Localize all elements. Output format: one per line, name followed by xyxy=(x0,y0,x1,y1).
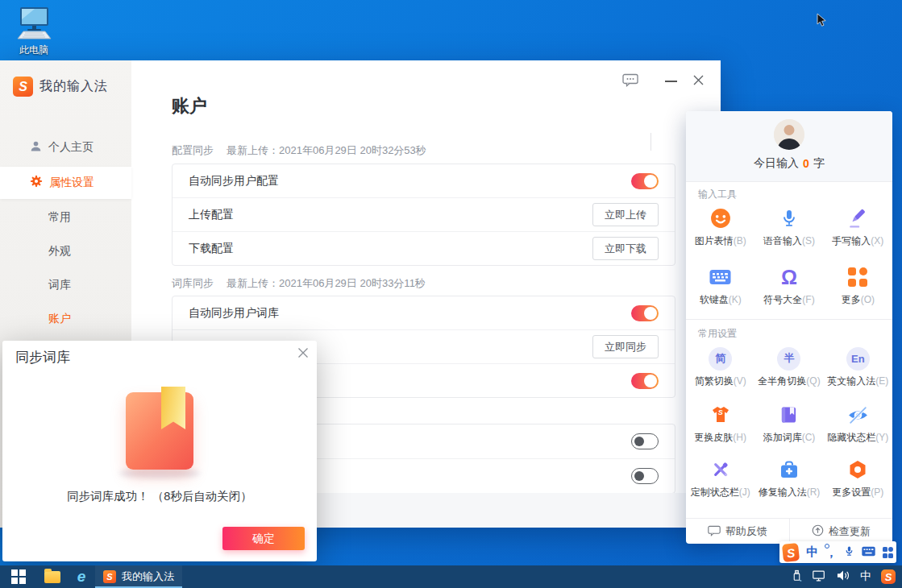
item-key: (F) xyxy=(802,294,814,305)
sidebar-item-dictionary[interactable]: 词库 xyxy=(48,278,71,292)
section-title: 词库同步 xyxy=(172,276,214,291)
system-tray: 中 S xyxy=(792,569,902,585)
windows-logo-icon xyxy=(11,569,26,584)
smiley-icon xyxy=(686,206,754,230)
close-icon xyxy=(692,74,705,89)
active-task-ime[interactable]: S 我的输入法 xyxy=(95,565,182,588)
item-label: 添加词库 xyxy=(763,432,802,443)
download-now-button[interactable]: 立即下载 xyxy=(592,237,659,260)
shirt-letter: S xyxy=(711,408,730,416)
network-icon[interactable] xyxy=(812,569,826,585)
item-key: (E) xyxy=(875,375,888,387)
keyboard-icon xyxy=(686,265,754,289)
footer-label: 检查更新 xyxy=(829,524,871,539)
punctuation-mode-icon[interactable]: ， xyxy=(825,549,837,557)
voice-icon[interactable] xyxy=(844,545,854,560)
app-brand: S 我的输入法 xyxy=(13,77,108,97)
usb-icon[interactable] xyxy=(792,569,802,585)
item-label: 定制状态栏 xyxy=(691,487,739,498)
speaker-icon[interactable] xyxy=(836,569,850,584)
item-label: 全半角切换 xyxy=(758,375,806,387)
item-key: (P) xyxy=(871,487,883,498)
row-label: 自动同步用户配置 xyxy=(189,174,279,188)
this-pc-desktop-icon[interactable]: 此电脑 xyxy=(10,6,58,57)
dialog-message: 同步词库成功！ （8秒后自动关闭） xyxy=(2,489,317,504)
sogou-status-bar[interactable]: S 中 ， xyxy=(779,541,896,563)
gear-icon xyxy=(30,175,43,190)
repair-ime-button[interactable]: 修复输入法(R) xyxy=(754,458,823,509)
sidebar-item-account[interactable]: 账户 xyxy=(48,312,71,326)
avatar[interactable] xyxy=(774,119,804,150)
dialog-close-button[interactable] xyxy=(297,346,309,362)
sogou-logo-icon: S xyxy=(13,77,33,97)
footer-label: 帮助反馈 xyxy=(725,524,767,539)
simplified-traditional-button[interactable]: 简 简繁切换(V) xyxy=(686,346,754,398)
ime-mode-indicator[interactable]: 中 xyxy=(806,545,818,560)
start-button[interactable] xyxy=(0,565,37,588)
task-label: 我的输入法 xyxy=(122,569,174,584)
sidebar-item-homepage[interactable]: 个人主页 xyxy=(30,140,94,155)
item-key: (Q) xyxy=(806,375,820,387)
setting-row: 上传配置 立即上传 xyxy=(173,197,675,231)
toolbox-grid-icon[interactable] xyxy=(883,547,893,558)
item-label: 更多 xyxy=(842,294,861,305)
voice-input-button[interactable]: 语音输入(S) xyxy=(754,206,823,258)
hide-statusbar-button[interactable]: 隐藏状态栏(Y) xyxy=(824,403,892,454)
folder-icon xyxy=(44,571,60,583)
sogou-tray-icon[interactable]: S xyxy=(881,569,896,584)
feedback-button[interactable] xyxy=(621,73,640,89)
settings-row-2: S 更换皮肤(H) 添加词库(C) xyxy=(686,403,892,454)
more-grid-icon xyxy=(824,265,892,289)
titlebar-divider xyxy=(651,133,651,151)
page-title: 账户 xyxy=(172,94,207,118)
soft-keyboard-icon[interactable] xyxy=(862,546,875,559)
sidebar-item-settings[interactable]: 属性设置 xyxy=(0,167,131,199)
add-dictionary-button[interactable]: 添加词库(C) xyxy=(754,403,823,454)
handwriting-input-button[interactable]: 手写输入(X) xyxy=(824,206,892,258)
more-tools-button[interactable]: 更多(O) xyxy=(824,265,892,317)
ie-icon: e xyxy=(77,568,86,586)
feedback-bubble-icon xyxy=(622,73,638,89)
emoji-picture-button[interactable]: 图片表情(B) xyxy=(686,206,754,258)
symbols-button[interactable]: Ω 符号大全(F) xyxy=(754,265,823,317)
help-feedback-button[interactable]: 帮助反馈 xyxy=(686,519,789,545)
minimize-icon xyxy=(665,81,677,82)
sidebar-item-common[interactable]: 常用 xyxy=(48,210,71,225)
update-arrow-icon xyxy=(812,524,824,539)
crossed-tools-icon xyxy=(686,458,754,482)
item-label: 更多设置 xyxy=(832,487,871,498)
sidebar-item-label: 个人主页 xyxy=(48,140,94,155)
dict-sync-header: 词库同步 最新上传：2021年06月29日 20时33分11秒 xyxy=(172,276,426,291)
more-settings-button[interactable]: 更多设置(P) xyxy=(824,458,892,509)
item-key: (O) xyxy=(861,294,875,305)
hex-nut-icon xyxy=(824,458,892,482)
customize-statusbar-button[interactable]: 定制状态栏(J) xyxy=(686,458,754,509)
upload-now-button[interactable]: 立即上传 xyxy=(592,203,659,226)
auto-sync-config-toggle[interactable] xyxy=(631,173,659,189)
sync-toggle[interactable] xyxy=(631,373,659,389)
tray-ime-indicator[interactable]: 中 xyxy=(860,569,871,584)
setting-toggle-off[interactable] xyxy=(631,433,659,449)
full-half-width-button[interactable]: 半 全半角切换(Q) xyxy=(754,346,823,398)
item-label: 英文输入法 xyxy=(827,375,875,387)
setting-toggle-off[interactable] xyxy=(631,468,659,484)
sync-now-button[interactable]: 立即同步 xyxy=(592,335,659,358)
file-explorer-button[interactable] xyxy=(37,565,68,588)
change-skin-button[interactable]: S 更换皮肤(H) xyxy=(686,403,754,454)
confirm-button[interactable]: 确定 xyxy=(222,527,305,550)
internet-explorer-button[interactable]: e xyxy=(68,565,95,588)
section-meta: 最新上传：2021年06月29日 20时33分11秒 xyxy=(227,276,426,291)
auto-sync-dict-toggle[interactable] xyxy=(631,305,659,321)
today-input-stat: 今日输入 0 字 xyxy=(686,156,892,171)
soft-keyboard-button[interactable]: 软键盘(K) xyxy=(686,265,754,317)
close-button[interactable] xyxy=(688,72,709,91)
minimize-button[interactable] xyxy=(661,73,680,89)
sogou-logo-icon[interactable]: S xyxy=(782,543,800,562)
panel-header: 今日输入 0 字 xyxy=(686,111,892,182)
sidebar-item-appearance[interactable]: 外观 xyxy=(48,244,71,259)
item-label: 隐藏状态栏 xyxy=(827,432,875,443)
row-label: 下载配置 xyxy=(189,242,234,256)
english-ime-button[interactable]: En 英文输入法(E) xyxy=(824,346,892,398)
desktop: 此电脑 S 我的输入法 xyxy=(0,0,902,588)
person-icon xyxy=(30,140,42,155)
